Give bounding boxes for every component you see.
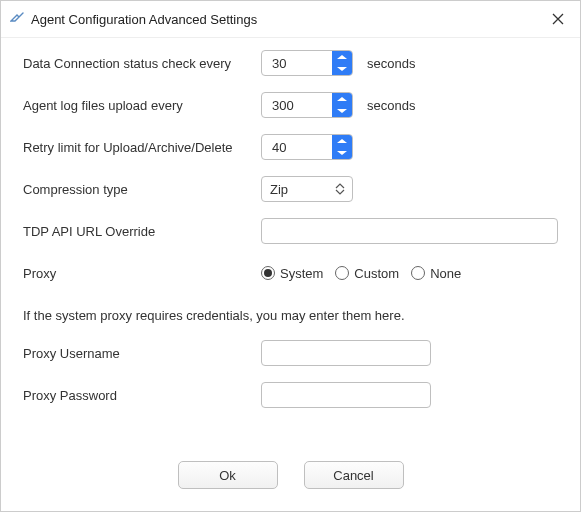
- radio-icon: [335, 266, 349, 280]
- proxy-note: If the system proxy requires credentials…: [23, 308, 405, 323]
- compression-label: Compression type: [23, 182, 261, 197]
- log-upload-unit: seconds: [367, 98, 415, 113]
- data-connection-label: Data Connection status check every: [23, 56, 261, 71]
- row-log-upload: Agent log files upload every seconds: [23, 92, 558, 118]
- proxy-username-input[interactable]: [261, 340, 431, 366]
- ok-button[interactable]: Ok: [178, 461, 278, 489]
- close-icon: [552, 13, 564, 25]
- row-proxy-password: Proxy Password: [23, 382, 558, 408]
- radio-icon: [411, 266, 425, 280]
- radio-icon: [261, 266, 275, 280]
- retry-limit-label: Retry limit for Upload/Archive/Delete: [23, 140, 261, 155]
- row-retry-limit: Retry limit for Upload/Archive/Delete: [23, 134, 558, 160]
- window-title: Agent Configuration Advanced Settings: [31, 12, 546, 27]
- footer: Ok Cancel: [1, 443, 580, 511]
- proxy-label: Proxy: [23, 266, 261, 281]
- log-upload-input[interactable]: [270, 97, 328, 114]
- proxy-radio-none-label: None: [430, 266, 461, 281]
- spinner-arrows-icon[interactable]: [332, 135, 352, 159]
- close-button[interactable]: [546, 7, 570, 31]
- proxy-password-input[interactable]: [261, 382, 431, 408]
- log-upload-spinner[interactable]: [261, 92, 353, 118]
- dialog-window: Agent Configuration Advanced Settings Da…: [0, 0, 581, 512]
- spinner-arrows-icon[interactable]: [332, 51, 352, 75]
- proxy-radio-system[interactable]: System: [261, 266, 323, 281]
- proxy-radio-custom[interactable]: Custom: [335, 266, 399, 281]
- app-icon: [9, 11, 25, 27]
- proxy-radio-custom-label: Custom: [354, 266, 399, 281]
- compression-select[interactable]: Zip: [261, 176, 353, 202]
- titlebar: Agent Configuration Advanced Settings: [1, 1, 580, 38]
- spinner-arrows-icon[interactable]: [332, 93, 352, 117]
- proxy-password-label: Proxy Password: [23, 388, 261, 403]
- compression-value: Zip: [270, 182, 288, 197]
- content: Data Connection status check every secon…: [1, 38, 580, 443]
- tdp-url-label: TDP API URL Override: [23, 224, 261, 239]
- retry-limit-input[interactable]: [270, 139, 328, 156]
- retry-limit-spinner[interactable]: [261, 134, 353, 160]
- row-proxy-username: Proxy Username: [23, 340, 558, 366]
- data-connection-input[interactable]: [270, 55, 328, 72]
- data-connection-spinner[interactable]: [261, 50, 353, 76]
- proxy-radio-none[interactable]: None: [411, 266, 461, 281]
- proxy-radio-group: System Custom None: [261, 266, 461, 281]
- row-compression: Compression type Zip: [23, 176, 558, 202]
- proxy-radio-system-label: System: [280, 266, 323, 281]
- tdp-url-input[interactable]: [261, 218, 558, 244]
- cancel-button[interactable]: Cancel: [304, 461, 404, 489]
- proxy-username-label: Proxy Username: [23, 346, 261, 361]
- log-upload-label: Agent log files upload every: [23, 98, 261, 113]
- row-tdp-url: TDP API URL Override: [23, 218, 558, 244]
- row-data-connection: Data Connection status check every secon…: [23, 50, 558, 76]
- row-proxy-note: If the system proxy requires credentials…: [23, 302, 558, 328]
- data-connection-unit: seconds: [367, 56, 415, 71]
- chevron-updown-icon: [332, 177, 348, 201]
- row-proxy: Proxy System Custom None: [23, 260, 558, 286]
